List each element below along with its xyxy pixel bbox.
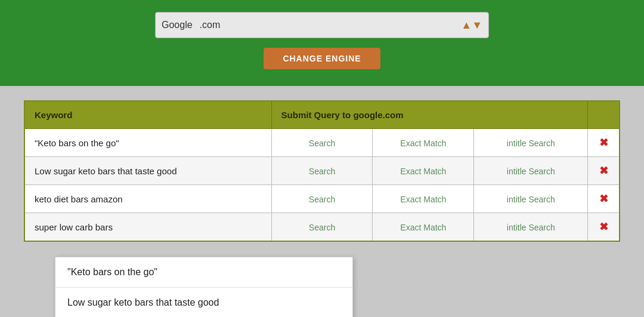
exact-match-cell[interactable]: Exact Match: [373, 185, 474, 213]
col-header-delete: [588, 101, 620, 129]
delete-cell[interactable]: ✖: [588, 213, 620, 242]
keyword-cell: super low carb bars: [24, 213, 271, 242]
engine-select-wrapper[interactable]: Google .com ▲▼: [155, 12, 489, 38]
col-header-submit: Submit Query to google.com: [271, 101, 588, 129]
intitle-link[interactable]: intitle Search: [507, 195, 555, 204]
search-link[interactable]: Search: [309, 223, 335, 232]
delete-cell[interactable]: ✖: [588, 129, 620, 157]
table-wrapper: Keyword Submit Query to google.com "Keto…: [24, 100, 620, 242]
table-row: "Keto bars on the go" Search Exact Match…: [24, 129, 620, 157]
intitle-cell[interactable]: intitle Search: [474, 213, 588, 242]
delete-button[interactable]: ✖: [599, 136, 608, 149]
page-header: Google .com ▲▼ CHANGE ENGINE: [0, 0, 644, 86]
keyword-cell: "Keto bars on the go": [24, 129, 271, 157]
keyword-cell: Low sugar keto bars that taste good: [24, 157, 271, 185]
intitle-link[interactable]: intitle Search: [507, 167, 555, 176]
sort-arrows-icon: ▲▼: [461, 19, 482, 32]
exact-match-cell[interactable]: Exact Match: [373, 157, 474, 185]
search-cell[interactable]: Search: [271, 129, 373, 157]
delete-button[interactable]: ✖: [599, 220, 608, 233]
table-row: super low carb bars Search Exact Match i…: [24, 213, 620, 242]
dropdown-item[interactable]: "Keto bars on the go": [55, 257, 352, 288]
keyword-table: Keyword Submit Query to google.com "Keto…: [24, 100, 620, 242]
search-link[interactable]: Search: [309, 195, 335, 204]
dropdown-item[interactable]: Low sugar keto bars that taste good: [55, 288, 352, 317]
table-row: keto diet bars amazon Search Exact Match…: [24, 185, 620, 213]
keyword-dropdown[interactable]: "Keto bars on the go"Low sugar keto bars…: [55, 257, 353, 317]
engine-label: Google: [162, 20, 193, 30]
search-cell[interactable]: Search: [271, 185, 373, 213]
delete-button[interactable]: ✖: [599, 192, 608, 205]
intitle-cell[interactable]: intitle Search: [474, 129, 588, 157]
exact-match-link[interactable]: Exact Match: [400, 139, 446, 148]
intitle-link[interactable]: intitle Search: [507, 139, 555, 148]
delete-button[interactable]: ✖: [599, 164, 608, 177]
table-header-row: Keyword Submit Query to google.com: [24, 101, 620, 129]
delete-cell[interactable]: ✖: [588, 157, 620, 185]
intitle-link[interactable]: intitle Search: [507, 223, 555, 232]
search-link[interactable]: Search: [309, 139, 335, 148]
exact-match-link[interactable]: Exact Match: [400, 167, 446, 176]
engine-domain: .com: [200, 20, 221, 30]
intitle-cell[interactable]: intitle Search: [474, 185, 588, 213]
main-content: Keyword Submit Query to google.com "Keto…: [0, 86, 644, 256]
change-engine-button[interactable]: CHANGE ENGINE: [264, 48, 380, 69]
delete-cell[interactable]: ✖: [588, 185, 620, 213]
search-link[interactable]: Search: [309, 167, 335, 176]
table-row: Low sugar keto bars that taste good Sear…: [24, 157, 620, 185]
search-cell[interactable]: Search: [271, 157, 373, 185]
exact-match-link[interactable]: Exact Match: [400, 223, 446, 232]
engine-select-inner: Google .com: [162, 20, 220, 30]
keyword-cell: keto diet bars amazon: [24, 185, 271, 213]
exact-match-cell[interactable]: Exact Match: [373, 213, 474, 242]
exact-match-cell[interactable]: Exact Match: [373, 129, 474, 157]
exact-match-link[interactable]: Exact Match: [400, 195, 446, 204]
intitle-cell[interactable]: intitle Search: [474, 157, 588, 185]
search-cell[interactable]: Search: [271, 213, 373, 242]
col-header-keyword: Keyword: [24, 101, 271, 129]
